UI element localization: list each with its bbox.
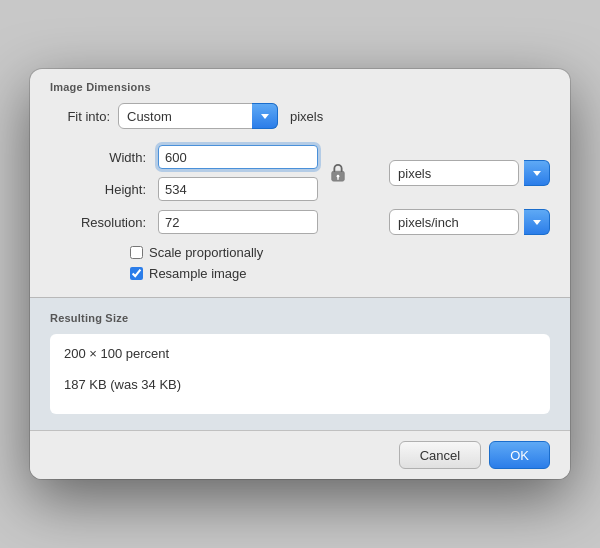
scale-proportionally-label[interactable]: Scale proportionally [149,245,263,260]
resolution-input[interactable] [158,210,318,234]
scale-proportionally-checkbox[interactable] [130,246,143,259]
pixels-unit-wrapper[interactable]: pixels inches cm mm percent [389,160,550,186]
resolution-unit-select[interactable]: pixels/inch pixels/cm [389,209,519,235]
fit-into-select-wrapper[interactable]: Custom 320 × 240 640 × 480 800 × 600 102… [118,103,278,129]
dialog-footer: Cancel OK [30,430,570,479]
top-section: Fit into: Custom 320 × 240 640 × 480 800… [30,99,570,297]
checkboxes-section: Scale proportionally Resample image [50,245,550,281]
pixels-unit-arrow-icon [524,160,550,186]
image-dimensions-dialog: Image Dimensions Fit into: Custom 320 × … [30,69,570,479]
fields-grid: Width: pixels inches cm mm percent [50,145,550,235]
resolution-unit-wrapper[interactable]: pixels/inch pixels/cm [389,209,550,235]
fit-into-row: Fit into: Custom 320 × 240 640 × 480 800… [50,103,550,129]
scale-proportionally-row: Scale proportionally [130,245,550,260]
resulting-size-section: Resulting Size 200 × 100 percent 187 KB … [30,298,570,430]
image-dimensions-header: Image Dimensions [30,69,570,99]
resample-image-row: Resample image [130,266,550,281]
width-input[interactable] [158,145,318,169]
resulting-filesize: 187 KB (was 34 KB) [64,375,536,396]
pixels-unit-select[interactable]: pixels inches cm mm percent [389,160,519,186]
resolution-label: Resolution: [50,215,150,230]
width-label: Width: [50,150,150,165]
height-label: Height: [50,182,150,197]
resample-image-label[interactable]: Resample image [149,266,247,281]
resample-image-checkbox[interactable] [130,267,143,280]
resolution-unit-arrow-icon [524,209,550,235]
ok-button[interactable]: OK [489,441,550,469]
lock-icon [326,161,350,185]
cancel-button[interactable]: Cancel [399,441,481,469]
resulting-size-header: Resulting Size [50,308,550,330]
resulting-dimensions: 200 × 100 percent [64,344,536,365]
dialog-title: Image Dimensions [50,81,151,93]
fit-into-select[interactable]: Custom 320 × 240 640 × 480 800 × 600 102… [118,103,278,129]
height-input[interactable] [158,177,318,201]
fit-into-suffix: pixels [290,109,323,124]
fit-into-label: Fit into: [50,109,110,124]
resulting-size-box: 200 × 100 percent 187 KB (was 34 KB) [50,334,550,414]
